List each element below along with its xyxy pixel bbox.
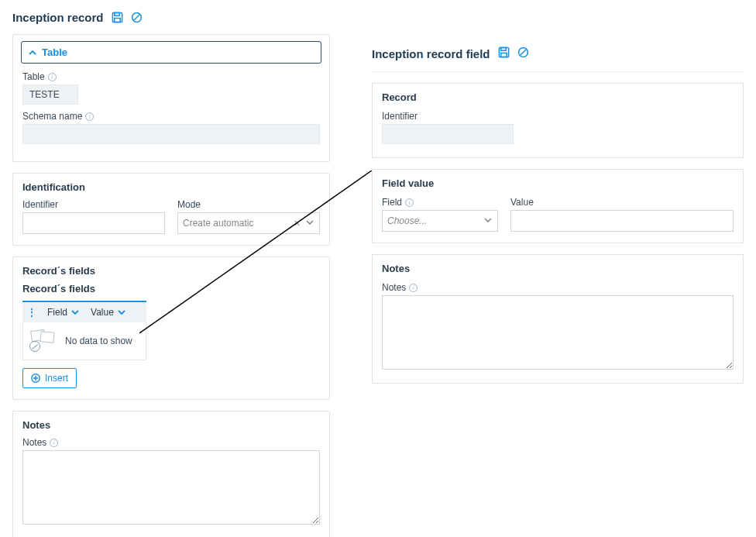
records-fields-subheader: Record´s fields [22, 283, 320, 294]
grid-header: ⋮ Field Value [22, 301, 146, 322]
plus-circle-icon [31, 373, 40, 383]
records-fields-header: Record´s fields [22, 265, 320, 277]
svg-line-13 [520, 50, 526, 56]
grid-col-value[interactable]: Value [91, 307, 126, 318]
no-data-icon [29, 330, 57, 352]
right-field-label: Field i [382, 197, 498, 208]
table-label: Table i [22, 71, 320, 82]
right-record-header: Record [382, 91, 734, 103]
table-value: TESTE [22, 84, 78, 105]
grid-menu-icon[interactable]: ⋮ [27, 307, 36, 318]
no-data-text: No data to show [65, 336, 132, 346]
table-collapse-button[interactable]: Table [21, 41, 321, 64]
chevron-down-icon[interactable] [483, 215, 493, 227]
chevron-down-icon[interactable] [305, 218, 314, 229]
identification-card: Identification Identifier Mode Create au… [12, 173, 330, 246]
right-field-value-card: Field value Field i Choose... Value [372, 169, 744, 243]
records-fields-card: Record´s fields Record´s fields ⋮ Field … [12, 256, 330, 400]
identifier-input[interactable] [22, 212, 165, 234]
mode-select-value: Create automatic [183, 218, 294, 229]
save-icon[interactable] [112, 12, 123, 23]
right-identifier-value [382, 124, 514, 144]
identification-header: Identification [22, 181, 320, 193]
info-icon[interactable]: i [409, 284, 418, 292]
chevron-down-icon [117, 308, 126, 317]
svg-rect-11 [500, 53, 507, 57]
right-notes-card: Notes Notes i [372, 254, 744, 384]
info-icon[interactable]: i [50, 439, 58, 447]
right-notes-label: Notes i [382, 282, 734, 293]
identifier-label: Identifier [22, 199, 165, 210]
schema-value [22, 124, 320, 144]
value-input[interactable] [510, 210, 734, 232]
page-title-text: Inception record [12, 11, 104, 24]
cancel-icon[interactable] [131, 12, 143, 23]
separator [372, 71, 744, 72]
notes-header: Notes [22, 419, 320, 431]
info-icon[interactable]: i [405, 198, 414, 207]
right-field-value-header: Field value [382, 177, 734, 189]
insert-button[interactable]: Insert [22, 368, 77, 388]
chevron-up-icon [28, 48, 37, 57]
cancel-icon[interactable] [517, 46, 529, 60]
mode-label: Mode [177, 199, 320, 210]
right-record-card: Record Identifier [372, 83, 744, 158]
mode-select[interactable]: Create automatic ✕ [177, 212, 320, 234]
table-card: Table Table i TESTE Schema name i [12, 34, 330, 162]
page-title-bar: Inception record [0, 0, 756, 32]
svg-rect-10 [500, 47, 506, 50]
right-notes-header: Notes [382, 263, 734, 274]
field-select-placeholder: Choose... [387, 215, 483, 226]
chevron-down-icon [70, 308, 80, 317]
grid-col-field[interactable]: Field [47, 307, 80, 318]
clear-icon[interactable]: ✕ [294, 219, 301, 229]
svg-rect-1 [114, 12, 119, 15]
schema-label: Schema name i [22, 111, 320, 122]
notes-textarea[interactable] [22, 450, 320, 525]
right-notes-textarea[interactable] [382, 295, 734, 370]
svg-rect-2 [114, 18, 120, 22]
save-icon[interactable] [498, 46, 510, 60]
notes-card: Notes Notes i [12, 411, 330, 537]
right-value-label: Value [510, 197, 734, 208]
table-section-header: Table [42, 46, 67, 58]
notes-label: Notes i [22, 437, 320, 448]
no-data-row: No data to show [22, 322, 146, 360]
right-page-title-bar: Inception record field [372, 46, 744, 68]
field-select[interactable]: Choose... [382, 210, 498, 232]
svg-line-4 [133, 15, 139, 21]
right-page-title-text: Inception record field [372, 47, 490, 60]
right-identifier-label: Identifier [382, 111, 734, 122]
info-icon[interactable]: i [48, 73, 57, 81]
info-icon[interactable]: i [85, 112, 94, 121]
